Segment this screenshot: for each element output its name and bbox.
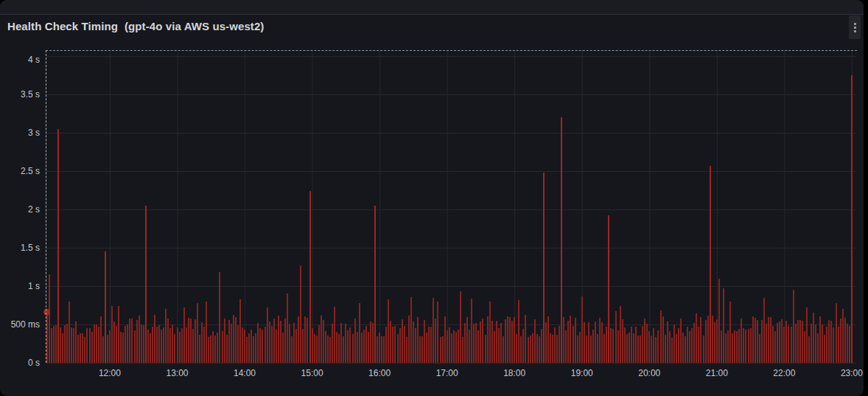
- chart-canvas[interactable]: [0, 0, 864, 396]
- health-check-timing-panel: Health Check Timing(gpt-4o via AWS us-we…: [0, 0, 864, 396]
- health-check-chart[interactable]: 0 s500 ms1 s1.5 s2 s2.5 s3 s3.5 s4 s 12:…: [0, 0, 864, 396]
- dashboard-page: Health Check Timing(gpt-4o via AWS us-we…: [0, 0, 868, 396]
- plot-dashed-top-border: [46, 50, 857, 51]
- plot-dashed-left-border: [46, 50, 46, 363]
